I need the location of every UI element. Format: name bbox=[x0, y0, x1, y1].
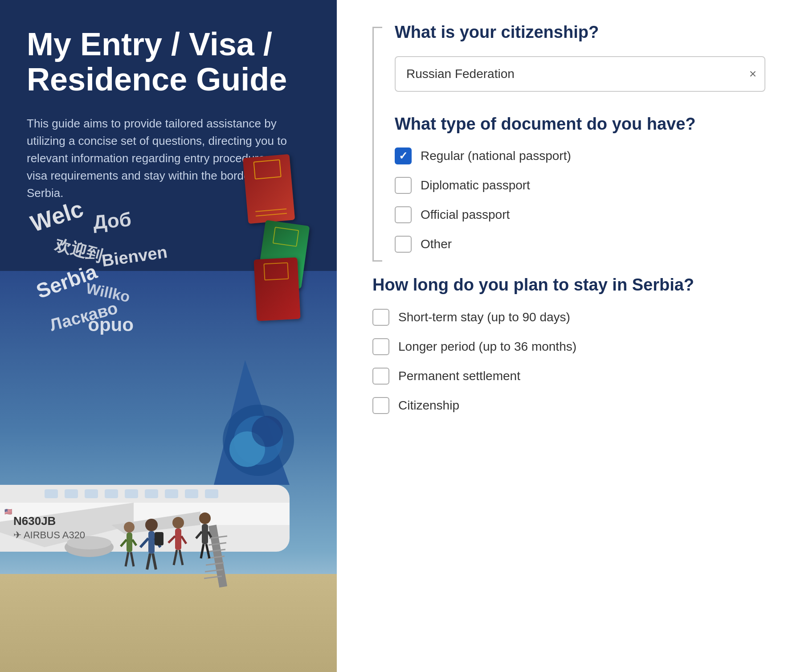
option-diplomatic-label: Diplomatic passport bbox=[421, 178, 530, 193]
left-panel: My Entry / Visa / Residence Guide This g… bbox=[0, 0, 337, 672]
svg-rect-38 bbox=[175, 529, 181, 550]
option-short-stay-label: Short-term stay (up to 90 days) bbox=[398, 310, 570, 324]
svg-rect-11 bbox=[185, 489, 198, 498]
option-longer-stay-label: Longer period (up to 36 months) bbox=[398, 340, 576, 354]
checkbox-diplomatic[interactable] bbox=[395, 177, 412, 194]
option-permanent-settlement[interactable]: Permanent settlement bbox=[372, 368, 765, 385]
right-panel: What is your citizenship? × What type of… bbox=[337, 0, 801, 672]
svg-point-37 bbox=[172, 517, 184, 529]
svg-rect-50 bbox=[127, 533, 132, 552]
checkbox-permanent[interactable] bbox=[372, 368, 389, 385]
checkbox-official[interactable] bbox=[395, 206, 412, 223]
option-diplomatic-passport[interactable]: Diplomatic passport bbox=[395, 177, 765, 194]
svg-rect-10 bbox=[165, 489, 178, 498]
svg-text:✈ AIRBUS A320: ✈ AIRBUS A320 bbox=[13, 529, 85, 541]
main-title: My Entry / Visa / Residence Guide bbox=[27, 27, 310, 97]
section-document-type: What type of document do you have? ✓ Reg… bbox=[395, 114, 765, 253]
clear-citizenship-button[interactable]: × bbox=[749, 67, 756, 81]
question-document-title: What type of document do you have? bbox=[395, 114, 765, 135]
svg-text:🇺🇸: 🇺🇸 bbox=[4, 508, 12, 516]
citizenship-input[interactable] bbox=[395, 56, 765, 92]
section-stay-duration: How long do you plan to stay in Serbia? … bbox=[372, 275, 765, 414]
passport-collage bbox=[230, 156, 328, 299]
checkbox-regular[interactable]: ✓ bbox=[395, 148, 412, 164]
option-regular-passport[interactable]: ✓ Regular (national passport) bbox=[395, 148, 765, 164]
svg-point-43 bbox=[199, 512, 211, 524]
document-options-list: ✓ Regular (national passport) Diplomatic… bbox=[395, 148, 765, 253]
option-other-doc[interactable]: Other bbox=[395, 236, 765, 253]
brace-bottom-tick-1 bbox=[372, 260, 382, 262]
option-official-label: Official passport bbox=[421, 208, 510, 222]
brace-line-1 bbox=[372, 27, 374, 262]
svg-rect-4 bbox=[45, 489, 58, 498]
svg-rect-5 bbox=[65, 489, 78, 498]
checkbox-citizenship[interactable] bbox=[372, 397, 389, 414]
question-stay-title: How long do you plan to stay in Serbia? bbox=[372, 275, 765, 295]
option-permanent-label: Permanent settlement bbox=[398, 369, 520, 383]
svg-rect-36 bbox=[155, 532, 163, 545]
option-citizenship-label: Citizenship bbox=[398, 398, 459, 413]
brace-top-tick-1 bbox=[372, 27, 382, 28]
option-other-doc-label: Other bbox=[421, 237, 452, 251]
stay-options-list: Short-term stay (up to 90 days) Longer p… bbox=[372, 309, 765, 414]
svg-point-49 bbox=[124, 522, 135, 533]
option-official-passport[interactable]: Official passport bbox=[395, 206, 765, 223]
option-longer-stay[interactable]: Longer period (up to 36 months) bbox=[372, 338, 765, 355]
checkbox-short-stay[interactable] bbox=[372, 309, 389, 326]
svg-point-17 bbox=[252, 416, 283, 447]
option-short-stay[interactable]: Short-term stay (up to 90 days) bbox=[372, 309, 765, 326]
question-citizenship-title: What is your citizenship? bbox=[395, 22, 765, 43]
checkmark-regular: ✓ bbox=[399, 151, 408, 161]
svg-rect-1 bbox=[0, 574, 337, 672]
citizenship-input-wrapper: × bbox=[395, 56, 765, 92]
svg-rect-7 bbox=[105, 489, 118, 498]
svg-point-30 bbox=[145, 519, 158, 531]
option-citizenship[interactable]: Citizenship bbox=[372, 397, 765, 414]
svg-rect-6 bbox=[85, 489, 98, 498]
section-citizenship: What is your citizenship? × bbox=[395, 22, 765, 92]
checkbox-other-doc[interactable] bbox=[395, 236, 412, 253]
svg-rect-31 bbox=[148, 531, 155, 553]
svg-rect-9 bbox=[145, 489, 158, 498]
checkbox-longer-stay[interactable] bbox=[372, 338, 389, 355]
svg-rect-44 bbox=[202, 524, 208, 544]
svg-text:N630JB: N630JB bbox=[13, 514, 56, 528]
svg-rect-8 bbox=[125, 489, 138, 498]
option-regular-label: Regular (national passport) bbox=[421, 149, 571, 163]
svg-rect-12 bbox=[205, 489, 218, 498]
